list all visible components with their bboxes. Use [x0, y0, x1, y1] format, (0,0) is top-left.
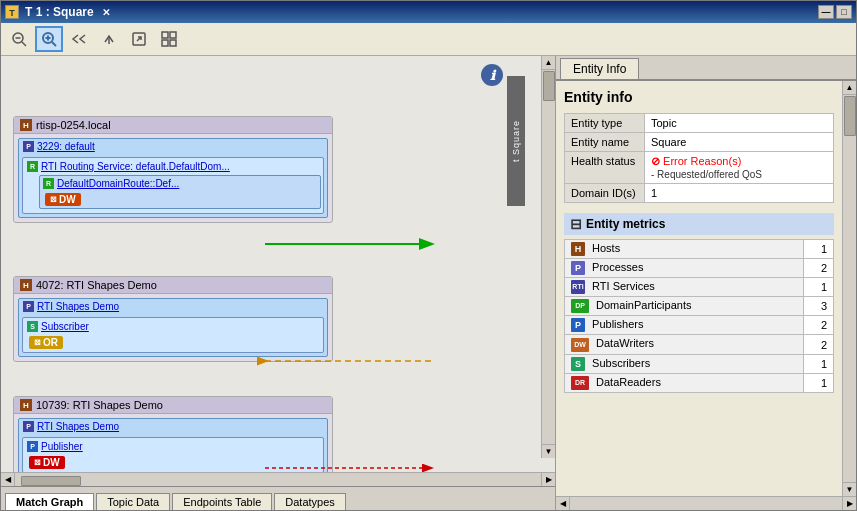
subscribers-label: Subscribers: [592, 357, 650, 369]
metric-value-processes: 2: [804, 259, 834, 278]
metric-value-datawriters: 2: [804, 335, 834, 354]
metrics-section-header[interactable]: ⊟ Entity metrics: [564, 213, 834, 235]
metric-row-datawriters[interactable]: DW DataWriters 2: [565, 335, 834, 354]
scroll-track-h[interactable]: [15, 473, 541, 487]
main-content: ℹ t Square: [1, 56, 856, 510]
participant-icon-3: P: [23, 421, 34, 432]
hosts-icon: H: [571, 242, 585, 256]
metric-label-hosts: H Hosts: [565, 240, 804, 259]
metric-row-publishers[interactable]: P Publishers 2: [565, 316, 834, 335]
info-scroll-v[interactable]: ▲ ▼: [842, 81, 856, 496]
info-icon[interactable]: ℹ: [481, 64, 503, 86]
datawriters-label: DataWriters: [596, 337, 654, 349]
entity-box-3: P Publisher ⊠ DW: [22, 437, 324, 472]
topic-strip: t Square: [507, 76, 525, 206]
datareaders-label: DataReaders: [596, 376, 661, 388]
close-tab-icon[interactable]: ✕: [102, 7, 110, 18]
minimize-button[interactable]: —: [818, 5, 834, 19]
info-scroll-thumb[interactable]: [844, 96, 856, 136]
info-scroll-left[interactable]: ◀: [556, 497, 570, 511]
metric-row-processes[interactable]: P Processes 2: [565, 259, 834, 278]
entity-icon-route: R: [27, 161, 38, 172]
metric-row-rtiservices[interactable]: RTI RTI Services 1: [565, 278, 834, 297]
metric-row-hosts[interactable]: H Hosts 1: [565, 240, 834, 259]
metric-label-rtiservices: RTI RTI Services: [565, 278, 804, 297]
entity-name-3[interactable]: Publisher: [41, 441, 83, 452]
scroll-up-arrow[interactable]: ▲: [542, 56, 555, 70]
svg-rect-12: [170, 40, 176, 46]
graph-scroll-h: ◀ ▶: [1, 472, 555, 486]
entity-name-1a[interactable]: RTI Routing Service: default.DefaultDom.…: [41, 161, 230, 172]
graph-canvas[interactable]: ℹ t Square: [1, 56, 555, 472]
endpoint-tag-dw-1[interactable]: ⊠ DW: [45, 193, 81, 206]
layout-button[interactable]: [155, 26, 183, 52]
info-label-health: Health status: [565, 152, 645, 184]
info-row-type: Entity type Topic: [565, 114, 834, 133]
rtiservices-icon: RTI: [571, 280, 585, 294]
scroll-down-arrow[interactable]: ▼: [542, 444, 555, 458]
export-button[interactable]: [125, 26, 153, 52]
entity-box-2: S Subscriber ⊠ OR: [22, 317, 324, 353]
info-scroll-track-h[interactable]: [570, 497, 842, 511]
publishers-label: Publishers: [592, 318, 643, 330]
sub-entity-icon-1: R: [43, 178, 54, 189]
tab-datatypes[interactable]: Datatypes: [274, 493, 346, 510]
info-value-health: ⊘ Error Reason(s) - Requested/offered Qo…: [645, 152, 834, 184]
health-error-text: Error Reason(s): [663, 155, 741, 167]
info-scroll-down[interactable]: ▼: [843, 482, 856, 496]
metric-value-hosts: 1: [804, 240, 834, 259]
tab-topic-data[interactable]: Topic Data: [96, 493, 170, 510]
info-scroll-up[interactable]: ▲: [843, 81, 856, 95]
metric-row-datareaders[interactable]: DR DataReaders 1: [565, 373, 834, 392]
scroll-thumb-h[interactable]: [21, 476, 81, 486]
entity-info-title: Entity info: [564, 89, 834, 105]
metric-value-rtiservices: 1: [804, 278, 834, 297]
metric-label-subscribers: S Subscribers: [565, 354, 804, 373]
info-label-domain: Domain ID(s): [565, 184, 645, 203]
main-window: T T 1 : Square ✕ — □: [0, 0, 857, 511]
back-button[interactable]: [65, 26, 93, 52]
entity-icon-pub: P: [27, 441, 38, 452]
zoom-in-button[interactable]: [35, 26, 63, 52]
graph-scroll-v[interactable]: ▲ ▼: [541, 56, 555, 458]
info-value-name: Square: [645, 133, 834, 152]
sub-entity-name-1[interactable]: DefaultDomainRoute::Def...: [57, 178, 179, 189]
publishers-icon: P: [571, 318, 585, 332]
participant-name-2[interactable]: RTI Shapes Demo: [37, 301, 119, 312]
tab-match-graph[interactable]: Match Graph: [5, 493, 94, 510]
up-button[interactable]: [95, 26, 123, 52]
entity-info-tab[interactable]: Entity Info: [560, 58, 639, 79]
participant-name-1[interactable]: 3229: default: [37, 141, 95, 152]
info-row-domain: Domain ID(s) 1: [565, 184, 834, 203]
entity-icon-sub: S: [27, 321, 38, 332]
tab-endpoints-table[interactable]: Endpoints Table: [172, 493, 272, 510]
info-panel: Entity Info Entity info Entity type Topi…: [556, 56, 856, 510]
scroll-left-arrow[interactable]: ◀: [1, 473, 15, 487]
participant-name-3[interactable]: RTI Shapes Demo: [37, 421, 119, 432]
entity-name-2[interactable]: Subscriber: [41, 321, 89, 332]
metric-row-dp[interactable]: DP DomainParticipants 3: [565, 297, 834, 316]
participant-box-2: P RTI Shapes Demo S Subscriber ⊠ OR: [18, 298, 328, 357]
host-name-3: 10739: RTI Shapes Demo: [36, 399, 163, 411]
info-label-type: Entity type: [565, 114, 645, 133]
metric-value-dp: 3: [804, 297, 834, 316]
hosts-label: Hosts: [592, 242, 620, 254]
info-scroll-track[interactable]: [843, 95, 856, 482]
metric-value-subscribers: 1: [804, 354, 834, 373]
topic-strip-label: t Square: [511, 120, 521, 162]
host-label-2: H 4072: RTI Shapes Demo: [14, 277, 332, 294]
scroll-right-arrow[interactable]: ▶: [541, 473, 555, 487]
metrics-table: H Hosts 1 P Processes 2: [564, 239, 834, 393]
metric-row-subscribers[interactable]: S Subscribers 1: [565, 354, 834, 373]
title-bar: T T 1 : Square ✕ — □: [1, 1, 856, 23]
info-scroll-right[interactable]: ▶: [842, 497, 856, 511]
subscribers-icon: S: [571, 357, 585, 371]
metrics-title: Entity metrics: [586, 217, 665, 231]
endpoint-tag-dw-3[interactable]: ⊠ DW: [29, 456, 65, 469]
endpoint-tag-or-2[interactable]: ⊠ OR: [29, 336, 63, 349]
participant-icon-2: P: [23, 301, 34, 312]
info-row-name: Entity name Square: [565, 133, 834, 152]
maximize-button[interactable]: □: [836, 5, 852, 19]
zoom-out-button[interactable]: [5, 26, 33, 52]
scroll-thumb-v[interactable]: [543, 71, 555, 101]
